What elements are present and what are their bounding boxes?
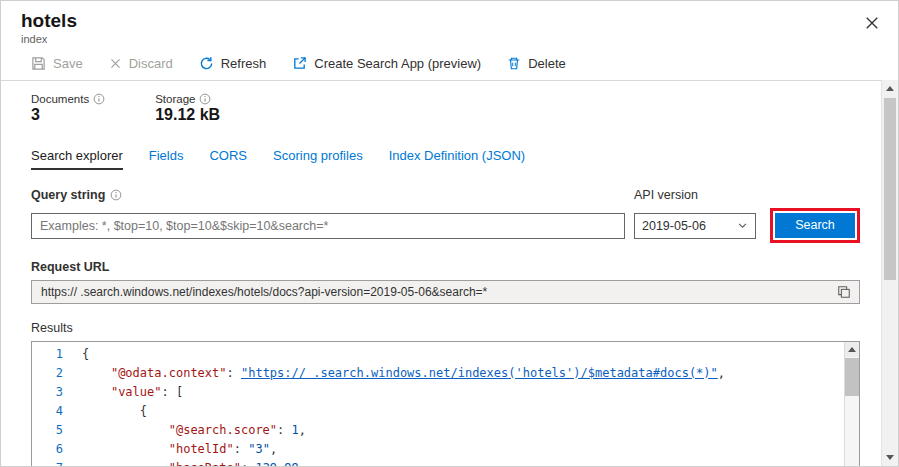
code-line: "@odata.context": "https:// .search.wind… — [82, 364, 844, 383]
documents-stat: Documents 3 — [31, 93, 105, 124]
results-code: { "@odata.context": "https:// .search.wi… — [76, 342, 844, 467]
discard-label: Discard — [129, 56, 173, 71]
code-line: { — [82, 402, 844, 421]
json-token: , — [299, 423, 306, 437]
code-line: { — [82, 345, 844, 364]
code-line: "baseRate": 129.99, — [82, 459, 844, 467]
arrow-down-icon — [886, 455, 894, 460]
json-token: { — [82, 404, 147, 418]
results-label: Results — [31, 321, 860, 335]
json-token — [82, 442, 169, 456]
save-button[interactable]: Save — [31, 56, 83, 71]
json-token — [82, 366, 111, 380]
save-icon — [31, 56, 46, 71]
documents-count: 3 — [31, 106, 105, 124]
search-button-highlight-annotation: Search — [770, 208, 860, 243]
json-token — [82, 385, 111, 399]
line-number: 1 — [32, 345, 76, 364]
line-number: 7 — [32, 459, 76, 467]
line-number: 6 — [32, 440, 76, 459]
scroll-up-button[interactable] — [845, 342, 860, 357]
tab-scoring-profiles[interactable]: Scoring profiles — [273, 148, 363, 170]
code-line: "@search.score": 1, — [82, 421, 844, 440]
info-icon[interactable] — [93, 93, 105, 105]
discard-icon — [109, 57, 122, 70]
line-number: 2 — [32, 364, 76, 383]
stats-row: Documents 3 Storage 19.12 kB — [31, 93, 860, 124]
chevron-down-icon — [737, 220, 748, 231]
query-string-label: Query string — [31, 188, 105, 202]
results-scrollbar[interactable] — [844, 342, 859, 467]
page-scrollbar-thumb[interactable] — [884, 98, 896, 280]
line-number: 3 — [32, 383, 76, 402]
json-token: : — [234, 442, 248, 456]
page-scroll-up-button[interactable] — [882, 80, 898, 97]
tab-cors[interactable]: CORS — [209, 148, 247, 170]
tab-index-definition-json[interactable]: Index Definition (JSON) — [389, 148, 526, 170]
json-token: : — [227, 366, 241, 380]
json-token: , — [718, 366, 725, 380]
results-scrollbar-thumb[interactable] — [845, 358, 860, 396]
line-number: 4 — [32, 402, 76, 421]
save-label: Save — [53, 56, 83, 71]
tab-fields[interactable]: Fields — [149, 148, 184, 170]
json-token: "@search.score" — [169, 423, 277, 437]
toolbar: Save Discard Refresh Create Search App (… — [1, 45, 898, 80]
json-link[interactable]: "https:// .search.windows.net/indexes('h… — [241, 366, 718, 380]
refresh-button[interactable]: Refresh — [199, 56, 267, 71]
delete-label: Delete — [528, 56, 566, 71]
api-version-label: API version — [634, 188, 756, 202]
page-scroll-down-button[interactable] — [882, 449, 898, 466]
close-icon — [865, 18, 879, 33]
request-url-label: Request URL — [31, 260, 860, 274]
json-token: : — [241, 461, 255, 467]
info-icon[interactable] — [110, 189, 122, 201]
storage-size: 19.12 kB — [155, 106, 220, 124]
arrow-up-icon — [886, 86, 894, 91]
close-button[interactable] — [862, 13, 882, 33]
api-version-dropdown[interactable]: 2019-05-06 — [634, 213, 756, 239]
create-search-app-label: Create Search App (preview) — [314, 56, 481, 71]
delete-button[interactable]: Delete — [507, 56, 566, 71]
line-number: 5 — [32, 421, 76, 440]
refresh-label: Refresh — [221, 56, 267, 71]
results-gutter: 12345678 — [32, 342, 76, 467]
create-search-app-button[interactable]: Create Search App (preview) — [292, 56, 481, 71]
request-url-field: https:// .search.windows.net/indexes/hot… — [31, 280, 860, 304]
json-token: "3" — [248, 442, 270, 456]
json-token: , — [270, 442, 277, 456]
json-token — [82, 423, 169, 437]
json-token: { — [82, 347, 89, 361]
documents-label: Documents — [31, 93, 89, 105]
json-token: : — [277, 423, 291, 437]
json-token — [82, 461, 169, 467]
query-string-input[interactable] — [31, 213, 625, 239]
discard-button[interactable]: Discard — [109, 56, 173, 71]
json-token: "@odata.context" — [111, 366, 227, 380]
storage-stat: Storage 19.12 kB — [155, 93, 220, 124]
arrow-up-icon — [848, 347, 856, 352]
json-token: , — [299, 461, 306, 467]
json-token: : [ — [161, 385, 183, 399]
refresh-icon — [199, 56, 214, 71]
code-line: "hotelId": "3", — [82, 440, 844, 459]
results-box: 12345678 { "@odata.context": "https:// .… — [31, 341, 860, 467]
search-button[interactable]: Search — [775, 213, 855, 238]
index-detail-panel: hotels index Save Discard Refresh — [0, 0, 899, 467]
page-subtitle: index — [21, 33, 882, 45]
json-token: 1 — [292, 423, 299, 437]
json-token: "hotelId" — [169, 442, 234, 456]
copy-icon — [837, 287, 851, 302]
tab-search-explorer[interactable]: Search explorer — [31, 148, 123, 170]
api-version-value: 2019-05-06 — [642, 219, 706, 233]
page-title: hotels — [21, 10, 882, 32]
info-icon[interactable] — [199, 93, 211, 105]
storage-label: Storage — [155, 93, 195, 105]
copy-button[interactable] — [835, 283, 853, 301]
delete-icon — [507, 56, 521, 71]
json-token: "value" — [111, 385, 162, 399]
json-token: "baseRate" — [169, 461, 241, 467]
page-scrollbar[interactable] — [881, 80, 898, 466]
request-url-value: https:// .search.windows.net/indexes/hot… — [41, 285, 835, 299]
code-line: "value": [ — [82, 383, 844, 402]
